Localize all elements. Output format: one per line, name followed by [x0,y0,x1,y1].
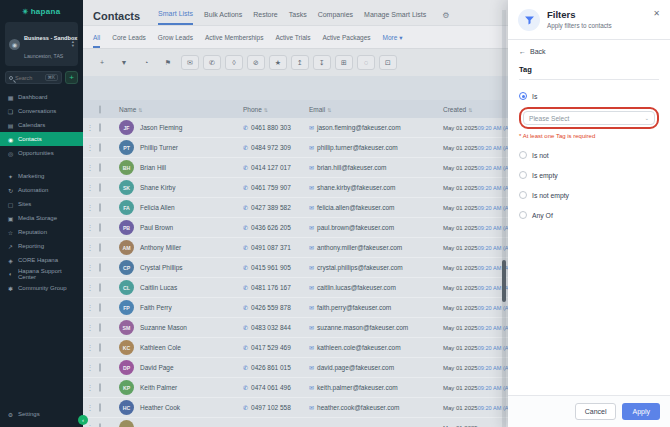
tab-smart-lists[interactable]: Smart Lists [158,6,193,25]
contact-phone-cell[interactable]: ✆0497 102 558 [243,404,309,411]
contact-email-cell[interactable]: ✉keith.palmer@fakeuser.com [309,384,443,391]
row-checkbox[interactable] [99,243,101,252]
sidebar-item-contacts[interactable]: ◉Contacts [0,132,83,146]
contact-name[interactable]: Anthony Miller [140,244,181,251]
close-icon[interactable]: ✕ [653,9,660,18]
contact-name[interactable]: Heather Cook [140,404,180,411]
contact-email-cell[interactable]: ✉david.page@fakeuser.com [309,364,443,371]
sidebar-item-core-hapana[interactable]: ◈CORE Hapana [0,253,83,267]
row-checkbox[interactable] [99,143,101,152]
contact-phone-cell[interactable]: ✆0484 972 309 [243,144,309,151]
row-checkbox[interactable] [99,123,101,132]
tab-tasks[interactable]: Tasks [289,7,307,24]
row-checkbox[interactable] [99,303,101,312]
sidebar-item-marketing[interactable]: ✦Marketing [0,169,83,183]
send-email-icon[interactable]: ✉ [181,55,199,70]
contact-email-cell[interactable]: ✉brian.hill@fakeuser.com [309,164,443,171]
contact-phone-cell[interactable]: ✆0417 529 469 [243,344,309,351]
contact-name[interactable]: Paul Brown [140,224,173,231]
contact-email-cell[interactable]: ✉suzanne.mason@fakeuser.com [309,324,443,331]
radio-icon[interactable] [519,151,527,159]
row-menu-icon[interactable]: ⋮ [83,384,97,392]
contact-email-cell[interactable]: ✉felicia.allen@fakeuser.com [309,204,443,211]
import-icon[interactable]: ↧ [313,55,331,70]
sidebar-item-dashboard[interactable]: ▦Dashboard [0,90,83,104]
contact-phone-cell[interactable]: ✆0426 559 878 [243,304,309,311]
row-checkbox[interactable] [99,363,101,372]
row-checkbox[interactable] [99,183,101,192]
contact-email-cell[interactable]: ✉heather.cook@fakeuser.com [309,404,443,411]
sidebar-item-hapana-support-center[interactable]: ◐Hapana Support Center [0,267,83,281]
row-checkbox[interactable] [99,323,101,332]
radio-icon[interactable] [519,92,527,100]
contact-name[interactable]: Felicia Allen [140,204,175,211]
row-checkbox[interactable] [99,403,101,412]
row-menu-icon[interactable]: ⋮ [83,144,97,152]
contact-phone-cell[interactable]: ✆0461 880 303 [243,124,309,131]
back-button[interactable]: ← Back [519,48,659,55]
sort-icon[interactable]: ⇅ [138,107,142,113]
row-menu-icon[interactable]: ⋮ [83,364,97,372]
row-checkbox[interactable] [99,423,101,427]
contact-name[interactable]: David Page [140,364,174,371]
sidebar-collapse-button[interactable]: ‹ [78,415,88,425]
contact-email-cell[interactable]: ✉anthony.miller@fakeuser.com [309,244,443,251]
row-menu-icon[interactable]: ⋮ [83,164,97,172]
contact-phone-cell[interactable]: ✆0461 759 907 [243,184,309,191]
contact-name[interactable]: Keith Palmer [140,384,177,391]
row-menu-icon[interactable]: ⋮ [83,264,97,272]
filter-operator-is[interactable]: Is [519,92,659,100]
contact-phone-cell[interactable]: ✆0436 626 205 [243,224,309,231]
sidebar-item-conversations[interactable]: ❏Conversations [0,104,83,118]
row-checkbox[interactable] [99,283,101,292]
tab-manage-smart-lists[interactable]: Manage Smart Lists [364,7,426,24]
contact-phone-cell[interactable]: ✆0483 032 844 [243,324,309,331]
flag-icon[interactable]: ⚑ [159,55,177,70]
sidebar-item-media-storage[interactable]: ▣Media Storage [0,211,83,225]
contact-phone-cell[interactable]: ✆0481 176 167 [243,284,309,291]
sidebar-item-settings[interactable]: ⚙ Settings [0,407,83,421]
merge-icon[interactable]: ⊞ [335,55,353,70]
filter-icon[interactable]: ▼ [115,55,133,70]
row-menu-icon[interactable]: ⋮ [83,304,97,312]
contact-name[interactable]: Brian Hill [140,164,166,171]
cancel-button[interactable]: Cancel [575,403,617,420]
smartlist-tab-more-[interactable]: More ▾ [383,31,403,48]
smartlist-settings-gear-icon[interactable]: ⚙ [442,11,449,20]
row-menu-icon[interactable]: ⋮ [83,284,97,292]
sort-icon[interactable]: ⇅ [264,107,268,113]
smartlist-tab-active-memberships[interactable]: Active Memberships [205,31,264,48]
sort-icon[interactable]: ⇅ [468,107,472,113]
row-checkbox[interactable] [99,263,101,272]
add-to-campaign-icon[interactable]: ✆ [203,55,221,70]
apply-button[interactable]: Apply [622,403,660,420]
scrollbar-thumb[interactable] [502,260,506,302]
delete-icon[interactable]: ⊘ [247,55,265,70]
contact-name[interactable]: Phillip Turner [140,144,178,151]
contact-phone-cell[interactable]: ✆0426 861 015 [243,364,309,371]
sidebar-item-reporting[interactable]: ↗Reporting [0,239,83,253]
row-checkbox[interactable] [99,203,101,212]
sidebar-item-automation[interactable]: ↻Automation [0,183,83,197]
export-icon[interactable]: ↥ [291,55,309,70]
radio-icon[interactable] [519,191,527,199]
contact-email-cell[interactable]: ✉shane.kirby@fakeuser.com [309,184,443,191]
copy-icon[interactable]: ⊡ [379,55,397,70]
contact-email-cell[interactable]: ✉phillip.turner@fakeuser.com [309,144,443,151]
contact-name[interactable]: Jason Fleming [140,124,182,131]
row-menu-icon[interactable]: ⋮ [83,324,97,332]
smartlist-tab-active-packages[interactable]: Active Packages [322,31,370,48]
contact-name[interactable]: Kathleen Cole [140,344,181,351]
row-menu-icon[interactable]: ⋮ [83,204,97,212]
sidebar-item-community-group[interactable]: ✱Community Group [0,281,83,295]
contact-name[interactable]: Shane Kirby [140,184,175,191]
business-switcher[interactable]: ◉ Business - Sandbox Launceston, TAS ▴▾ [5,22,78,66]
contact-phone-cell[interactable]: ✆0415 961 905 [243,264,309,271]
sidebar-item-reputation[interactable]: ☆Reputation [0,225,83,239]
smartlist-tab-all[interactable]: All [93,31,100,48]
sidebar-item-sites[interactable]: ▢Sites [0,197,83,211]
radio-icon[interactable] [519,211,527,219]
smartlist-tab-grow-leads[interactable]: Grow Leads [158,31,193,48]
contact-email-cell[interactable]: ✉kathleen.cole@fakeuser.com [309,344,443,351]
filter-operator-any-of[interactable]: Any Of [519,211,659,219]
